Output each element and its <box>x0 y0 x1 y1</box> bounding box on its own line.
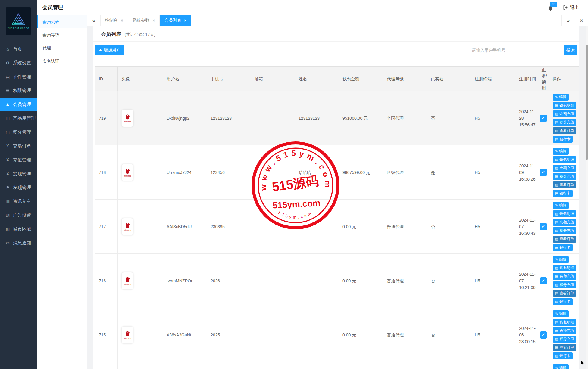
view-orders-button[interactable]: ▤ 查看订单 <box>553 127 576 134</box>
sidebar-item-plugins[interactable]: ▤ 插件管理 <box>0 70 37 84</box>
tab-2[interactable]: 系统参数 ✖ <box>128 15 160 26</box>
bank-card-button[interactable]: ▤ 银行卡 <box>553 244 573 251</box>
wallet-detail-button[interactable]: ▤ 钱包明细 <box>553 265 576 271</box>
view-orders-button[interactable]: ▤ 查看订单 <box>553 236 576 243</box>
balance-recharge-button[interactable]: ▤ 余额充值 <box>553 219 576 226</box>
tabs-scroll-left-button[interactable]: « <box>87 15 101 26</box>
column-header: 头像 <box>118 67 163 91</box>
sidebar-item-label: 权限管理 <box>13 88 31 94</box>
cell-status: ✔ <box>538 200 549 254</box>
sidebar-item-articles[interactable]: ▥ 资讯文章 <box>0 194 37 208</box>
status-toggle[interactable]: ✔ <box>540 331 547 339</box>
tabs-close-all-button[interactable]: ✖ <box>575 15 588 26</box>
document-icon: ▤ <box>555 175 558 178</box>
view-orders-button[interactable]: ▤ 查看订单 <box>553 290 576 297</box>
submenu-title: 会员管理 <box>37 0 87 15</box>
balance-recharge-button[interactable]: ▤ 余额充值 <box>553 273 576 280</box>
topbar-right: 43 退出 <box>548 0 579 15</box>
add-user-button[interactable]: ✚ 增加用户 <box>95 45 124 55</box>
sidebar-item-permissions[interactable]: ☰ 权限管理 <box>0 84 37 98</box>
balance-recharge-button[interactable]: ▤ 余额充值 <box>553 165 576 172</box>
action-button-label: 积分充值 <box>559 336 574 342</box>
sidebar-item-settings[interactable]: ⚙ 系统设置 <box>0 56 37 70</box>
action-buttons: ✎ 编辑 ▤ 钱包明细 ▤ 余额充值 ▤ 积分充值 ▤ 查看订单 ▤ 银行卡 <box>553 308 579 362</box>
points-recharge-button[interactable]: ▤ 积分充值 <box>553 281 576 288</box>
tabs-scroll-right-button[interactable]: » <box>561 15 575 26</box>
sidebar-item-messages[interactable]: ✉ 消息通知 <box>0 236 37 250</box>
points-recharge-button[interactable]: ▤ 积分充值 <box>553 227 576 234</box>
edit-button[interactable]: ✎ 编辑 <box>553 310 569 317</box>
sidebar-item-points[interactable]: ▢ 积分管理 <box>0 125 37 139</box>
sidebar-item-products[interactable]: ◫ 产品库管理 <box>0 111 37 125</box>
edit-button[interactable]: ✎ 编辑 <box>553 94 569 101</box>
wallet-detail-button[interactable]: ▤ 钱包明细 <box>553 210 576 217</box>
wallet-detail-button[interactable]: ▤ 钱包明细 <box>553 156 576 163</box>
pencil-icon: ✎ <box>555 312 558 316</box>
wallet-detail-button[interactable]: ▤ 钱包明细 <box>553 102 576 109</box>
view-orders-button[interactable]: ▤ 查看订单 <box>553 344 576 351</box>
sidebar-item-ads[interactable]: ▧ 广告设置 <box>0 208 37 222</box>
submenu-item-member-levels[interactable]: 会员等级 <box>37 28 87 42</box>
sidebar-item-orders[interactable]: ¥ 交易订单 <box>0 139 37 153</box>
edit-button[interactable]: ✎ 编辑 <box>553 364 569 369</box>
document-icon: ▤ <box>555 104 558 107</box>
cell-terminal: H5 <box>471 308 515 362</box>
status-toggle[interactable]: ✔ <box>540 115 547 122</box>
sidebar-item-recharge[interactable]: ¥ 充值管理 <box>0 153 37 167</box>
action-buttons: ✎ 编辑 ▤ 钱包明细 ▤ 余额充值 ▤ 积分充值 ▤ 查看订单 ▤ 银行卡 <box>553 254 579 308</box>
sidebar-item-discovery[interactable]: ⚑ 发现管理 <box>0 181 37 194</box>
document-icon: ▤ <box>555 129 558 133</box>
points-recharge-button[interactable]: ▤ 积分充值 <box>553 173 576 180</box>
status-toggle[interactable]: ✔ <box>540 223 547 230</box>
sidebar-item-withdraw[interactable]: ¥ 提现管理 <box>0 167 37 181</box>
action-button-label: 钱包明细 <box>559 211 574 216</box>
tab-3[interactable]: 会员列表 ✖ <box>160 15 191 26</box>
edit-button[interactable]: ✎ 编辑 <box>553 202 569 209</box>
points-recharge-button[interactable]: ▤ 积分充值 <box>553 119 576 126</box>
topbar: 43 退出 <box>87 0 588 15</box>
edit-button[interactable]: ✎ 编辑 <box>553 256 569 263</box>
sidebar-item-city[interactable]: ▨ 城市区域 <box>0 222 37 236</box>
action-button-label: 余额充值 <box>559 220 574 225</box>
bank-card-button[interactable]: ▤ 银行卡 <box>553 136 573 143</box>
scrollbar-thumb[interactable] <box>586 45 588 160</box>
shop-bag-icon <box>124 168 131 175</box>
search-button[interactable]: 搜索 <box>564 45 577 55</box>
avatar-caption: winshop <box>124 338 131 340</box>
action-button-label: 银行卡 <box>559 191 570 196</box>
document-icon: ▤ <box>555 300 558 304</box>
avatar-caption: winshop <box>124 121 131 123</box>
cell-verified: 否 <box>427 91 471 145</box>
submenu-item-member-list[interactable]: 会员列表 <box>37 15 87 28</box>
cell-status: ✔ <box>538 145 549 200</box>
bank-card-button[interactable]: ▤ 银行卡 <box>553 298 573 305</box>
sidebar-item-members[interactable]: ♟ 会员管理 <box>0 98 37 111</box>
sidebar-item-home[interactable]: ⌂ 首页 <box>0 42 37 56</box>
balance-recharge-button[interactable]: ▤ 余额充值 <box>553 110 576 117</box>
cell-status: ✔ <box>538 91 549 145</box>
search-input[interactable] <box>468 45 564 55</box>
scrollbar-track[interactable] <box>586 26 588 369</box>
submenu-item-realname[interactable]: 实名认证 <box>37 55 87 68</box>
tab-1[interactable]: 控制台 ✖ <box>101 15 128 26</box>
member-table-wrap: ID头像用户名手机号邮箱姓名钱包金额代理等级已实名注册终端注册时间正常/禁用操作… <box>95 66 577 369</box>
check-icon: ✔ <box>542 169 545 176</box>
balance-recharge-button[interactable]: ▤ 余额充值 <box>553 327 576 334</box>
status-toggle[interactable]: ✔ <box>540 169 547 176</box>
tab-close-icon[interactable]: ✖ <box>184 19 186 23</box>
wallet-detail-button[interactable]: ▤ 钱包明细 <box>553 319 576 326</box>
status-toggle[interactable]: ✔ <box>540 277 547 284</box>
cell-avatar: winshop <box>118 91 163 145</box>
edit-button[interactable]: ✎ 编辑 <box>553 148 569 155</box>
column-header: 注册终端 <box>471 67 515 91</box>
view-orders-button[interactable]: ▤ 查看订单 <box>553 181 576 188</box>
sidebar-item-label: 交易订单 <box>13 143 31 149</box>
submenu-item-agents[interactable]: 代理 <box>37 42 87 55</box>
bank-card-button[interactable]: ▤ 银行卡 <box>553 352 573 359</box>
logout-button[interactable]: 退出 <box>563 5 579 11</box>
points-recharge-button[interactable]: ▤ 积分充值 <box>553 336 576 343</box>
tab-close-icon[interactable]: ✖ <box>152 19 155 23</box>
notifications-button[interactable]: 43 <box>548 4 554 11</box>
tab-close-icon[interactable]: ✖ <box>120 19 123 23</box>
bank-card-button[interactable]: ▤ 银行卡 <box>553 190 573 197</box>
